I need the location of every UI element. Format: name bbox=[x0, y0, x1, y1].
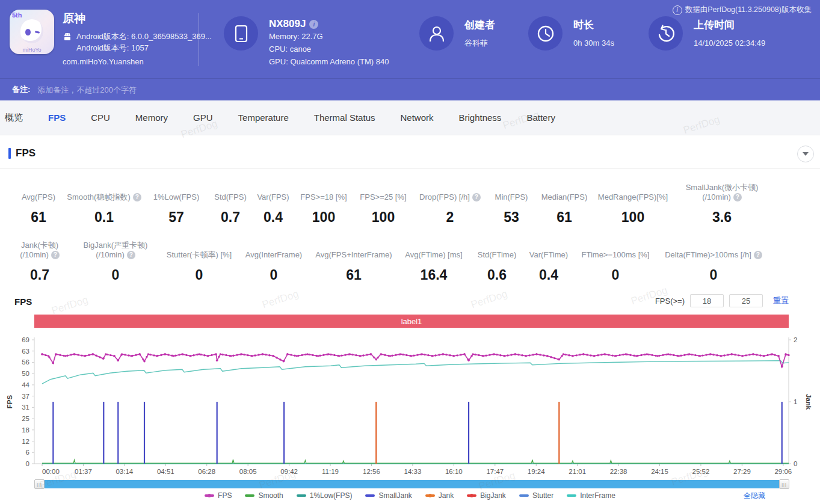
collector-note: i 数据由PerfDog(11.3.250908)版本收集 bbox=[673, 5, 812, 15]
app-icon-badge: 5th bbox=[12, 11, 22, 19]
legend-item-fps[interactable]: FPS bbox=[205, 491, 232, 500]
app-version-name: Android版本名: 6.0.0_36598533_369... bbox=[76, 31, 212, 42]
stat-value: 61 bbox=[346, 267, 362, 283]
app-icon-face bbox=[20, 19, 43, 43]
x-tick-label: 00:00 bbox=[42, 468, 60, 475]
chart-scrollbar: ||| ||| bbox=[34, 479, 789, 489]
y-left-tick-label: 63 bbox=[22, 348, 29, 355]
fps-chart[interactable]: 696356504437312518126021000:0001:3703:14… bbox=[0, 331, 820, 479]
upload-value: 14/10/2025 02:34:49 bbox=[694, 37, 765, 49]
stat-label: FPS>=18 [%] bbox=[300, 180, 347, 202]
collapse-section-button[interactable] bbox=[797, 146, 814, 162]
help-icon[interactable]: ? bbox=[127, 251, 135, 259]
phone-icon bbox=[224, 16, 258, 51]
clock-icon bbox=[528, 16, 563, 51]
y-left-tick-label: 6 bbox=[26, 449, 29, 456]
app-block: 5th miHoYo 原神 Android版本名 bbox=[10, 10, 212, 66]
x-tick-label: 03:14 bbox=[116, 468, 133, 475]
help-icon[interactable]: ? bbox=[51, 251, 60, 259]
reset-link[interactable]: 重置 bbox=[773, 295, 789, 306]
scrollbar-right-handle[interactable]: ||| bbox=[779, 479, 789, 489]
stat-value: 61 bbox=[556, 209, 572, 226]
stat-value: 0.4 bbox=[264, 209, 283, 226]
stat-item: Avg(FTime) [ms]16.4 bbox=[395, 238, 473, 283]
fps-threshold-input-2[interactable] bbox=[729, 294, 763, 307]
stat-label: Var(FTime) bbox=[529, 238, 568, 260]
legend-item-jank[interactable]: Jank bbox=[425, 491, 454, 500]
legend-item-stutter[interactable]: Stutter bbox=[519, 491, 553, 500]
watermark: PerfDog bbox=[469, 288, 509, 311]
legend-item-smalljank[interactable]: SmallJank bbox=[365, 491, 412, 500]
tab-memory[interactable]: Memory bbox=[135, 112, 168, 123]
stat-label: Var(FPS) bbox=[257, 180, 289, 202]
tab-thermal-status[interactable]: Thermal Status bbox=[314, 112, 375, 123]
stat-value: 0 bbox=[270, 267, 278, 283]
chart-title: FPS bbox=[14, 297, 32, 307]
upload-block: 上传时间 14/10/2025 02:34:49 bbox=[649, 16, 765, 51]
series-1-low-fps- bbox=[42, 361, 789, 384]
stat-item: Avg(FPS)61 bbox=[12, 180, 65, 226]
stat-label: FTime>=100ms [%] bbox=[582, 238, 650, 260]
y-left-tick-label: 69 bbox=[22, 336, 29, 343]
stat-item: Smooth(稳帧指数)?0.1 bbox=[65, 180, 143, 226]
stat-item: Std(FTime)0.6 bbox=[473, 238, 521, 283]
tab-gpu[interactable]: GPU bbox=[193, 112, 213, 123]
stat-item: Var(FPS)0.4 bbox=[251, 180, 295, 226]
y-left-tick-label: 44 bbox=[22, 381, 29, 389]
tab-network[interactable]: Network bbox=[400, 112, 433, 123]
stat-value: 0 bbox=[112, 267, 120, 283]
help-icon[interactable]: ? bbox=[733, 193, 742, 201]
legend-item-1-low-fps-[interactable]: 1%Low(FPS) bbox=[297, 491, 353, 500]
stat-value: 57 bbox=[168, 209, 184, 226]
stat-item: FTime>=100ms [%]0 bbox=[576, 238, 655, 283]
legend-label: BigJank bbox=[480, 491, 506, 500]
legend-item-smooth[interactable]: Smooth bbox=[245, 491, 283, 500]
x-tick-label: 16:10 bbox=[445, 468, 463, 475]
legend-item-interframe[interactable]: InterFrame bbox=[567, 491, 615, 500]
legend-marker bbox=[205, 494, 214, 497]
x-tick-label: 29:06 bbox=[774, 468, 792, 475]
y-left-tick-label: 18 bbox=[22, 426, 29, 434]
scrollbar-track[interactable] bbox=[45, 480, 779, 488]
fps-chart-area: 696356504437312518126021000:0001:3703:14… bbox=[0, 331, 820, 479]
device-info-icon[interactable]: i bbox=[309, 20, 318, 29]
stat-value: 100 bbox=[312, 209, 335, 226]
tab-cpu[interactable]: CPU bbox=[91, 112, 110, 123]
legend-item-bigjank[interactable]: BigJank bbox=[467, 491, 506, 500]
y-right-tick-label: 1 bbox=[794, 398, 797, 405]
y-left-tick-label: 12 bbox=[22, 438, 29, 445]
tab-概览[interactable]: 概览 bbox=[5, 112, 23, 123]
legend-marker bbox=[297, 494, 306, 497]
fps-threshold-input-1[interactable] bbox=[690, 294, 724, 307]
stat-item: Stutter(卡顿率) [%]0 bbox=[164, 238, 235, 283]
note-input[interactable] bbox=[36, 85, 399, 95]
help-icon[interactable]: ? bbox=[133, 193, 141, 201]
tab-fps[interactable]: FPS bbox=[48, 112, 66, 123]
chart-legend: FPSSmooth1%Low(FPS)SmallJankJankBigJankS… bbox=[0, 491, 820, 500]
tab-battery[interactable]: Battery bbox=[526, 112, 555, 123]
stat-label: Avg(FPS) bbox=[22, 180, 55, 202]
watermark: PerfDog bbox=[260, 288, 300, 311]
legend-label: Smooth bbox=[258, 491, 283, 500]
stat-item: Jank(卡顿)(/10min)?0.7 bbox=[12, 238, 67, 283]
stat-label: SmallJank(微小卡顿)(/10min)? bbox=[686, 180, 759, 202]
stat-item: Median(FPS)61 bbox=[537, 180, 592, 226]
app-package: com.miHoYo.Yuanshen bbox=[63, 57, 212, 66]
stat-label: Avg(InterFrame) bbox=[245, 238, 302, 260]
help-icon[interactable]: ? bbox=[472, 193, 481, 201]
stat-item: Var(FTime)0.4 bbox=[521, 238, 576, 283]
app-version-code: Android版本号: 1057 bbox=[76, 42, 212, 54]
x-tick-label: 08:05 bbox=[239, 468, 257, 475]
stat-label: Std(FPS) bbox=[214, 180, 246, 202]
section-tabs: 概览FPSCPUMemoryGPUTemperatureThermal Stat… bbox=[0, 100, 820, 135]
scrollbar-left-handle[interactable]: ||| bbox=[34, 479, 45, 489]
y-left-axis-title: FPS bbox=[6, 395, 13, 408]
report-header: i 数据由PerfDog(11.3.250908)版本收集 5th miHoYo… bbox=[0, 0, 820, 78]
hide-all-link[interactable]: 全隐藏 bbox=[744, 491, 765, 501]
tab-brightness[interactable]: Brightness bbox=[459, 112, 502, 123]
stat-value: 16.4 bbox=[421, 267, 448, 283]
help-icon[interactable]: ? bbox=[754, 251, 762, 259]
x-tick-label: 09:42 bbox=[280, 468, 298, 475]
tab-temperature[interactable]: Temperature bbox=[238, 112, 289, 123]
legend-marker bbox=[567, 494, 576, 497]
